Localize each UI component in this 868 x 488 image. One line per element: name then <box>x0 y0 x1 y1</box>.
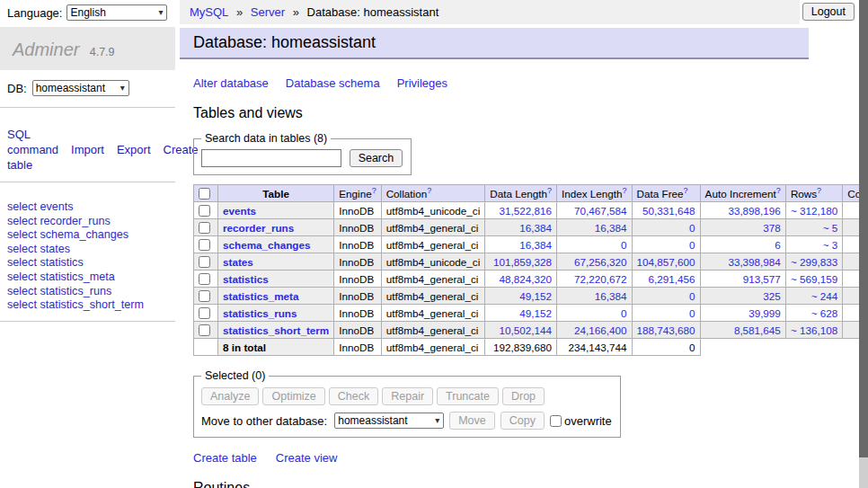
value-link[interactable]: 378 <box>763 222 781 234</box>
create-link[interactable]: Create view <box>276 451 338 465</box>
move-db-select[interactable]: homeassistant <box>334 413 444 429</box>
value-link[interactable]: 33,398,984 <box>728 256 781 268</box>
value-link[interactable]: 0 <box>689 290 695 302</box>
database-action-link[interactable]: Alter database <box>193 76 269 90</box>
database-action-link[interactable]: Database schema <box>286 76 380 90</box>
select-table-link[interactable]: select statistics <box>7 256 84 269</box>
value-link[interactable]: 0 <box>621 307 627 319</box>
select-table-link[interactable]: select statistics_runs <box>7 285 111 297</box>
value-link[interactable]: 16,384 <box>519 222 552 234</box>
column-help-link[interactable]: ? <box>776 186 781 195</box>
select-all-checkbox[interactable] <box>199 188 210 200</box>
value-link[interactable]: 70,467,584 <box>574 205 627 217</box>
value-link[interactable]: 0 <box>621 239 627 251</box>
value-link[interactable]: 49,152 <box>519 307 552 319</box>
value-link[interactable]: ~ 299,833 <box>791 256 837 268</box>
value-link[interactable]: 0 <box>689 307 695 319</box>
column-help-link[interactable]: ? <box>372 186 376 195</box>
row-checkbox[interactable] <box>199 324 210 336</box>
value-link[interactable]: 913,577 <box>743 273 781 285</box>
value-link[interactable]: 0 <box>689 239 695 251</box>
value-link[interactable]: ~ 244 <box>811 290 838 302</box>
optimize-button[interactable]: Optimize <box>262 387 324 405</box>
value-link[interactable]: 104,857,600 <box>637 256 695 268</box>
column-help-link[interactable]: ? <box>817 186 821 195</box>
sidebar-action-link[interactable]: SQL command <box>7 128 58 156</box>
select-table-link[interactable]: select events <box>7 200 74 213</box>
value-link[interactable]: 67,256,320 <box>574 256 627 268</box>
database-action-link[interactable]: Privileges <box>397 76 447 90</box>
scrollbar-thumb[interactable] <box>859 0 868 457</box>
table-name-link[interactable]: statistics_short_term <box>223 324 329 336</box>
breadcrumb-link[interactable]: MySQL <box>190 5 228 19</box>
table-name-link[interactable]: schema_changes <box>223 239 310 251</box>
table-name-link[interactable]: statistics <box>223 273 269 285</box>
value-link[interactable]: 10,502,144 <box>499 324 552 336</box>
row-checkbox[interactable] <box>199 273 210 285</box>
value-link[interactable]: 24,166,400 <box>574 324 627 336</box>
value-link[interactable]: ~ 569,159 <box>791 273 837 285</box>
value-link[interactable]: 8,581,645 <box>734 324 781 336</box>
value-link[interactable]: 39,999 <box>748 307 781 319</box>
move-button[interactable]: Move <box>449 412 495 430</box>
engine-cell: InnoDB <box>334 305 381 322</box>
row-checkbox[interactable] <box>199 239 210 251</box>
row-checkbox[interactable] <box>199 290 210 302</box>
row-checkbox[interactable] <box>199 205 210 217</box>
analyze-button[interactable]: Analyze <box>201 387 259 405</box>
row-checkbox[interactable] <box>199 222 210 234</box>
value-link[interactable]: ~ 628 <box>811 307 838 319</box>
sidebar-action-link[interactable]: Import <box>71 143 104 156</box>
select-table-link[interactable]: select recorder_runs <box>7 215 111 227</box>
row-checkbox[interactable] <box>199 256 210 268</box>
select-table-link[interactable]: select statistics_short_term <box>7 298 144 311</box>
column-help-link[interactable]: ? <box>684 186 688 195</box>
copy-button[interactable]: Copy <box>500 412 545 430</box>
value-link[interactable]: 16,384 <box>595 222 627 234</box>
table-name-link[interactable]: recorder_runs <box>223 222 294 234</box>
truncate-button[interactable]: Truncate <box>437 387 499 405</box>
check-button[interactable]: Check <box>329 387 378 405</box>
drop-button[interactable]: Drop <box>502 387 545 405</box>
page-scrollbar[interactable] <box>859 0 868 488</box>
breadcrumb-link[interactable]: Server <box>251 5 285 19</box>
select-table-link[interactable]: select statistics_meta <box>7 271 115 283</box>
search-button[interactable]: Search <box>350 149 403 167</box>
value-link[interactable]: 325 <box>763 290 781 302</box>
value-link[interactable]: 16,384 <box>595 290 627 302</box>
table-name-link[interactable]: statistics_runs <box>223 307 297 319</box>
table-name-link[interactable]: statistics_meta <box>223 290 298 302</box>
value-link[interactable]: ~ 5 <box>823 222 838 234</box>
value-link[interactable]: 16,384 <box>519 239 552 251</box>
value-link[interactable]: 6,291,456 <box>649 273 695 285</box>
value-link[interactable]: ~ 312,180 <box>791 205 837 217</box>
column-help-link[interactable]: ? <box>427 186 431 195</box>
value-link[interactable]: 72,220,672 <box>574 273 627 285</box>
create-link[interactable]: Create table <box>193 451 257 465</box>
value-link[interactable]: 49,152 <box>519 290 552 302</box>
select-table-link[interactable]: select schema_changes <box>7 228 128 241</box>
value-link[interactable]: 50,331,648 <box>642 205 695 217</box>
overwrite-checkbox[interactable] <box>550 415 562 427</box>
row-checkbox[interactable] <box>199 307 210 319</box>
search-input[interactable] <box>201 149 341 167</box>
repair-button[interactable]: Repair <box>382 387 433 405</box>
value-link[interactable]: 48,824,320 <box>499 273 552 285</box>
value-link[interactable]: 101,859,328 <box>493 256 552 268</box>
value-link[interactable]: 188,743,680 <box>637 324 695 336</box>
db-select[interactable]: homeassistant <box>32 80 129 96</box>
select-table-link[interactable]: select states <box>7 243 70 255</box>
value-link[interactable]: 31,522,816 <box>499 205 552 217</box>
value-link[interactable]: ~ 136,108 <box>791 324 837 336</box>
value-link[interactable]: ~ 3 <box>823 239 838 251</box>
value-link[interactable]: 33,898,196 <box>728 205 781 217</box>
sidebar-action-link[interactable]: Export <box>117 143 151 156</box>
table-name-link[interactable]: states <box>223 256 253 268</box>
logout-button[interactable]: Logout <box>802 3 855 21</box>
language-select[interactable]: English <box>66 4 167 21</box>
value-link[interactable]: 6 <box>775 239 781 251</box>
column-help-link[interactable]: ? <box>623 186 627 195</box>
column-help-link[interactable]: ? <box>547 186 552 195</box>
table-name-link[interactable]: events <box>223 205 256 217</box>
value-link[interactable]: 0 <box>689 222 695 234</box>
